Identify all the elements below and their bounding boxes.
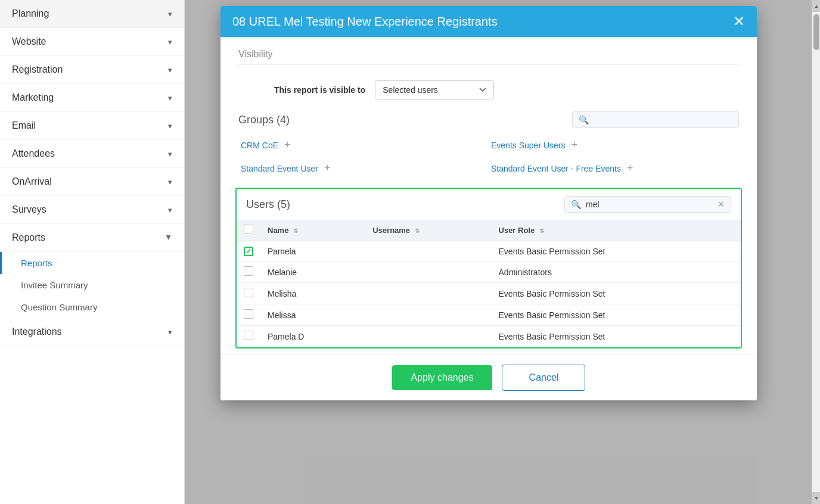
sidebar-sub-item-reports[interactable]: Reports [0, 252, 184, 274]
chevron-down-icon: ▾ [168, 150, 172, 158]
sidebar-sub-item-invitee-summary[interactable]: Invitee Summary [0, 274, 184, 296]
select-all-header[interactable] [237, 220, 260, 241]
users-title: Users (5) [246, 198, 290, 211]
user-name: Pamela D [260, 326, 365, 347]
sidebar-item-label: Reports [12, 232, 45, 243]
user-name: Melisha [260, 283, 365, 304]
group-item-standard-free[interactable]: Standard Event User - Free Events + [489, 158, 739, 178]
user-role: Events Basic Permission Set [492, 304, 741, 326]
sidebar-sub-item-question-summary[interactable]: Question Summary [0, 296, 184, 318]
row-checkbox-cell[interactable] [237, 304, 260, 326]
add-group-icon[interactable]: + [627, 162, 633, 175]
chevron-down-icon: ▾ [168, 206, 172, 214]
users-section-header: Users (5) 🔍 ✕ [237, 189, 741, 220]
user-role: Events Basic Permission Set [492, 326, 741, 347]
group-name: Standard Event User [241, 164, 318, 173]
groups-search-input[interactable] [594, 115, 732, 125]
sidebar-item-surveys[interactable]: Surveys ▾ [0, 196, 184, 224]
visibility-row: This report is visible to Selected users… [238, 74, 739, 111]
sidebar-item-reports[interactable]: Reports ▲ [0, 224, 184, 252]
add-group-icon[interactable]: + [284, 139, 291, 151]
group-name: Standard Event User - Free Events [491, 164, 621, 173]
clear-search-icon[interactable]: ✕ [717, 200, 725, 209]
sidebar-item-attendees[interactable]: Attendees ▾ [0, 140, 184, 168]
cancel-button[interactable]: Cancel [502, 365, 585, 391]
row-checkbox[interactable] [244, 309, 253, 319]
table-row: Pamela D Events Basic Permission Set [237, 326, 741, 347]
user-name: Pamela [260, 241, 365, 262]
sidebar-item-registration[interactable]: Registration ▾ [0, 56, 184, 84]
group-item-crm[interactable]: CRM CoE + [238, 135, 489, 155]
sidebar-item-label: OnArrival [12, 176, 52, 187]
visibility-section-label: Visibility [238, 49, 739, 65]
sort-icon: ⇅ [415, 228, 420, 234]
sidebar-item-integrations[interactable]: Integrations ▾ [0, 318, 184, 346]
scrollbar-track: ▲ ▼ [812, 0, 820, 504]
users-section: Users (5) 🔍 ✕ Name ⇅ [235, 188, 742, 349]
name-column-header[interactable]: Name ⇅ [260, 220, 365, 241]
group-item-events-super[interactable]: Events Super Users + [489, 135, 739, 155]
table-row: Melisha Events Basic Permission Set [237, 283, 741, 304]
sidebar-item-planning[interactable]: Planning ▾ [0, 0, 184, 28]
users-search-box[interactable]: 🔍 ✕ [564, 196, 731, 213]
user-role: Administrators [492, 262, 741, 283]
chevron-down-icon: ▾ [168, 122, 172, 130]
chevron-down-icon: ▾ [168, 10, 172, 18]
table-row: Melanie Administrators [237, 262, 741, 283]
userrole-column-header[interactable]: User Role ⇅ [492, 220, 741, 241]
search-icon: 🔍 [579, 115, 589, 125]
groups-grid: CRM CoE + Events Super Users + Standard … [238, 135, 739, 178]
row-checkbox-cell[interactable] [237, 326, 260, 347]
row-checkbox[interactable] [244, 247, 253, 256]
sidebar-item-website[interactable]: Website ▾ [0, 28, 184, 56]
chevron-down-icon: ▾ [168, 66, 172, 74]
scrollbar-thumb[interactable] [813, 14, 819, 50]
scroll-down-button[interactable]: ▼ [812, 492, 820, 504]
groups-title: Groups (4) [238, 114, 290, 126]
sidebar-item-marketing[interactable]: Marketing ▾ [0, 84, 184, 112]
table-row: Melissa Events Basic Permission Set [237, 304, 741, 326]
visibility-select[interactable]: Selected users All users Admins only [375, 80, 494, 99]
user-username [365, 262, 491, 283]
chevron-down-icon: ▾ [168, 38, 172, 46]
select-all-checkbox[interactable] [244, 225, 253, 234]
add-group-icon[interactable]: + [324, 162, 331, 175]
row-checkbox-cell[interactable] [237, 283, 260, 304]
sidebar-item-onarrival[interactable]: OnArrival ▾ [0, 168, 184, 196]
modal-dialog: 08 UREL Mel Testing New Experience Regis… [220, 6, 757, 400]
sidebar-item-label: Email [12, 120, 36, 131]
users-search-input[interactable] [586, 200, 713, 209]
visibility-field-label: This report is visible to [274, 85, 365, 95]
sidebar-item-label: Surveys [12, 204, 46, 215]
search-icon: 🔍 [571, 200, 581, 209]
user-role: Events Basic Permission Set [492, 241, 741, 262]
group-item-standard[interactable]: Standard Event User + [238, 158, 489, 178]
close-icon[interactable]: ✕ [733, 14, 745, 29]
users-table: Name ⇅ Username ⇅ User Role ⇅ [237, 220, 741, 347]
user-username [365, 326, 491, 347]
chevron-down-icon: ▾ [168, 178, 172, 186]
sidebar-item-email[interactable]: Email ▾ [0, 112, 184, 140]
row-checkbox[interactable] [244, 266, 253, 276]
modal-body: Visibility This report is visible to Sel… [220, 37, 757, 354]
row-checkbox-cell[interactable] [237, 262, 260, 283]
modal-footer: Apply changes Cancel [220, 354, 757, 400]
username-column-header[interactable]: Username ⇅ [365, 220, 491, 241]
groups-search-box[interactable]: 🔍 [572, 111, 739, 128]
row-checkbox-cell[interactable] [237, 241, 260, 262]
row-checkbox[interactable] [244, 288, 253, 297]
sidebar-item-label: Website [12, 36, 46, 47]
group-name: Events Super Users [491, 141, 566, 150]
scroll-up-button[interactable]: ▲ [812, 0, 820, 12]
chevron-down-icon: ▾ [168, 328, 172, 337]
user-name: Melissa [260, 304, 365, 326]
add-group-icon[interactable]: + [571, 139, 578, 151]
user-username [365, 304, 491, 326]
chevron-down-icon: ▾ [168, 94, 172, 102]
user-role: Events Basic Permission Set [492, 283, 741, 304]
apply-changes-button[interactable]: Apply changes [392, 365, 493, 390]
row-checkbox[interactable] [244, 331, 253, 340]
sort-icon: ⇅ [539, 228, 544, 234]
user-username [365, 241, 491, 262]
sidebar-item-label: Marketing [12, 92, 54, 103]
